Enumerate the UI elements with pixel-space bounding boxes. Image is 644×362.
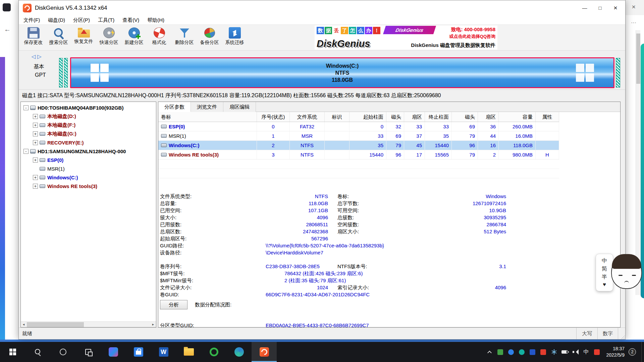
column-header[interactable]: 卷标 (158, 112, 257, 122)
volume-icon[interactable] (570, 342, 581, 362)
word-button[interactable]: W (151, 342, 176, 362)
tray-teal-icon[interactable] (517, 342, 527, 362)
sogou-input-icon[interactable] (592, 342, 602, 362)
tab-item[interactable]: 浏览文件 (191, 102, 223, 112)
background-close-icon[interactable]: ✕ (632, 4, 636, 10)
table-row[interactable]: ESP(0)0FAT3203233336936260.0MB (158, 122, 559, 131)
partition-segment-esp[interactable] (59, 58, 63, 87)
disk-nav-arrows[interactable]: ◁▷ (32, 53, 43, 60)
ime-floating-panel[interactable]: 中简半 ♥ (596, 254, 613, 291)
edge-button[interactable] (226, 342, 252, 362)
tree-horizontal-scrollbar[interactable]: ◄ ► (21, 321, 156, 327)
tree-item[interactable]: +Windows RE tools(3) (21, 182, 156, 190)
format-partition-button[interactable]: 格式化 (147, 25, 172, 50)
menu-item[interactable]: 分区(P) (69, 15, 94, 25)
scroll-right-icon[interactable]: ► (150, 322, 156, 327)
menu-item[interactable]: 工具(T) (94, 15, 118, 25)
expand-icon[interactable]: + (33, 114, 38, 119)
tray-green-icon[interactable] (495, 342, 506, 362)
start-button[interactable] (0, 342, 25, 362)
save-changes-button[interactable]: 保存更改 (21, 25, 46, 50)
column-header[interactable]: 序号(状态) (257, 112, 290, 122)
battery-icon[interactable] (559, 342, 570, 362)
column-header[interactable]: 扇区 (404, 112, 425, 122)
file-explorer-button[interactable] (176, 342, 201, 362)
recover-files-button[interactable]: 恢复文件 (71, 25, 96, 50)
maximize-button[interactable]: □ (592, 0, 608, 15)
nav-left-icon[interactable]: ◁ (32, 54, 37, 59)
table-row[interactable]: Windows RE tools(3)3NTFS1544096171556579… (158, 150, 559, 160)
table-row[interactable]: MSR(1)1MSR33693735794416.0MB (158, 131, 559, 141)
nav-right-icon[interactable]: ▷ (37, 54, 43, 59)
resize-grip[interactable] (618, 328, 625, 339)
collapse-icon[interactable]: - (23, 149, 29, 154)
tree-item[interactable]: +本地磁盘(D:) (21, 112, 156, 121)
show-desktop-button[interactable] (641, 342, 644, 362)
column-header[interactable]: 磁头 (386, 112, 404, 122)
minimize-button[interactable]: — (577, 0, 592, 15)
partition-segment-re-tools[interactable] (616, 58, 620, 87)
tree-item[interactable]: +Windows(C:) (21, 173, 156, 182)
new-partition-button[interactable]: 新建分区 (121, 25, 147, 50)
tray-chevron-up-icon[interactable] (484, 342, 495, 362)
tray-snowflake-icon[interactable] (549, 342, 559, 362)
browser-button[interactable] (201, 342, 226, 362)
column-header[interactable]: 文件系统 (290, 112, 325, 122)
tree-item[interactable]: MSR(1) (21, 164, 156, 173)
table-row[interactable]: Windows(C:)2NTFS357945154409616118.0GB (158, 141, 559, 150)
banner-qq-link[interactable]: 或点击此处选择QQ咨询 (449, 34, 495, 40)
partition-segment-windows-c[interactable]: Windows(C:) NTFS 118.0GB (70, 57, 614, 88)
scrollbar-thumb[interactable] (27, 322, 84, 327)
column-header[interactable]: 磁头 (452, 112, 478, 122)
back-arrow-icon[interactable]: ← (4, 25, 11, 33)
expand-icon[interactable]: + (33, 158, 38, 163)
diskgenius-button[interactable] (252, 342, 277, 362)
ad-banner[interactable]: 数据丢了怎么办！ DiskGenius DiskGenius 致电: 400-0… (315, 25, 497, 50)
backup-partition-button[interactable]: 备份分区 (197, 25, 222, 50)
pinned-app-button[interactable] (101, 342, 126, 362)
tray-blue-circle-icon[interactable] (506, 342, 517, 362)
tree-item[interactable]: +本地磁盘(G:) (21, 129, 156, 138)
search-button[interactable] (25, 342, 50, 362)
store-button[interactable] (126, 342, 151, 362)
expand-icon[interactable]: + (33, 131, 38, 136)
expand-icon[interactable]: + (33, 184, 38, 189)
menu-item[interactable]: 文件(F) (19, 15, 44, 25)
tray-blue-square-icon[interactable] (527, 342, 538, 362)
background-menu-dots-icon[interactable]: ⋯ (631, 19, 636, 26)
expand-icon[interactable]: + (33, 175, 38, 180)
column-header[interactable]: 扇区 (478, 112, 499, 122)
tab-active[interactable]: 分区参数 (158, 102, 191, 112)
column-header[interactable]: 终止柱面 (425, 112, 452, 122)
task-view-button[interactable] (75, 342, 101, 362)
quick-partition-button[interactable]: 快速分区 (96, 25, 121, 50)
taskbar-clock[interactable]: 18:37 2022/5/9 (606, 346, 625, 358)
system-migration-button[interactable]: 系统迁移 (222, 25, 247, 50)
column-header[interactable]: 标识 (325, 112, 350, 122)
collapse-icon[interactable]: - (23, 105, 29, 110)
scrollbar-thumb[interactable] (636, 34, 640, 84)
tray-red-icon[interactable] (538, 342, 549, 362)
expand-icon[interactable]: + (33, 123, 38, 128)
tree-item[interactable]: -HD1:SAMSUNGMZNLN128HAHQ-000 (21, 147, 156, 156)
tree-item[interactable]: -HD0:TOSHIBAMQ04ABF100(932GB) (21, 103, 156, 112)
tree-item[interactable]: +ESP(0) (21, 156, 156, 164)
column-header[interactable]: 起始柱面 (350, 112, 386, 122)
scroll-left-icon[interactable]: ◄ (21, 322, 26, 327)
menu-item[interactable]: 帮助(H) (143, 15, 168, 25)
cortana-button[interactable] (50, 342, 75, 362)
menu-item[interactable]: 查看(V) (118, 15, 143, 25)
expand-icon[interactable]: + (33, 140, 38, 145)
column-header[interactable]: 容量 (499, 112, 536, 122)
delete-partition-button[interactable]: 删除分区 (172, 25, 197, 50)
partition-segment-msr[interactable] (64, 58, 68, 87)
search-partition-button[interactable]: 搜索分区 (46, 25, 71, 50)
ime-language-indicator[interactable]: 中 (581, 342, 592, 362)
column-header[interactable]: 属性 (536, 112, 559, 122)
notification-badge[interactable]: 2 (629, 348, 636, 356)
close-button[interactable]: ✕ (608, 0, 623, 15)
tab-item[interactable]: 扇区编辑 (223, 102, 256, 112)
menu-item[interactable]: 磁盘(D) (44, 15, 69, 25)
analyze-button[interactable]: 分析 (160, 300, 187, 309)
tree-item[interactable]: +RECOVERY(E:) (21, 138, 156, 147)
